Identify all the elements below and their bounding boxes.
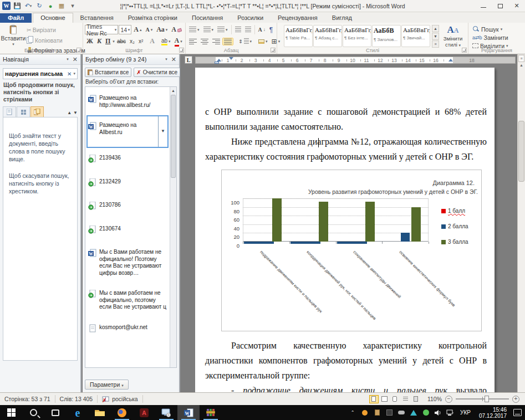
change-case-button[interactable]: Аа▾ (155, 24, 169, 35)
style-card-2[interactable]: АаБбВвГг,¶ Без інте... (343, 25, 371, 47)
cut-button[interactable]: ✂Вирізати (25, 25, 87, 34)
clipboard-item-7[interactable]: Мы с вами работаем не официально, поэтом… (86, 283, 169, 317)
tab-selector[interactable]: L (185, 56, 192, 64)
firefox-button[interactable] (111, 405, 133, 420)
navigation-pane-menu-icon[interactable]: ▾ (67, 57, 69, 62)
multilevel-list-button[interactable]: ▾ (216, 25, 230, 34)
minimize-button[interactable] (475, 0, 492, 12)
clipboard-item-2[interactable]: 2139436 (86, 148, 169, 172)
refresh-icon[interactable]: ● (46, 2, 55, 11)
text-effects-button[interactable]: А (148, 36, 156, 47)
clock[interactable]: 15:4607.12.2017 (475, 407, 511, 419)
first-line-indent-marker[interactable] (229, 57, 233, 60)
browse-results-tab[interactable] (30, 106, 44, 117)
tab-рецензування[interactable]: Рецензування (271, 13, 325, 23)
clear-formatting-button[interactable]: А (170, 24, 184, 35)
styles-scroll-down-icon[interactable]: ▼ (432, 33, 439, 40)
superscript-button[interactable]: x² (137, 37, 145, 45)
styles-more-icon[interactable]: ≡ (432, 40, 439, 48)
clipboard-item-0[interactable]: WРазмещено на http://www.allbest.ru/ (86, 88, 169, 115)
restore-button[interactable] (492, 0, 508, 12)
scroll-up-icon[interactable]: ▲ (518, 63, 525, 67)
clipboard-item-5[interactable]: 2130674 (86, 219, 169, 243)
network-icon[interactable] (445, 405, 456, 420)
scroll-thumb[interactable] (518, 121, 524, 182)
copy-button[interactable]: Копіювати (25, 35, 87, 45)
clipboard-pane-close-icon[interactable]: ✕ (171, 56, 176, 63)
word-taskbar-button[interactable]: W (177, 405, 200, 420)
increase-indent-button[interactable] (243, 25, 253, 34)
strikethrough-button[interactable]: abc (115, 37, 128, 45)
chart[interactable]: Диаграмма 12. Уровень развития графомото… (221, 170, 482, 331)
edge-button[interactable]: e (67, 405, 89, 420)
align-left-button[interactable] (187, 38, 198, 45)
paragraph-dialog-launcher[interactable] (271, 48, 276, 53)
page-indicator[interactable]: Сторінка: 53 з 71 (0, 393, 55, 405)
line-spacing-button[interactable]: ⇕▾ (237, 37, 253, 45)
paste-button[interactable]: Вставити ▾ (2, 24, 25, 47)
sort-button[interactable]: А↓ (257, 25, 267, 34)
clipboard-item-4[interactable]: 2130786 (86, 195, 169, 219)
horizontal-ruler[interactable]: 18 12345678910111213141516 (195, 57, 516, 64)
clipboard-item-6[interactable]: WМы с Вами работаем не официально! Поэто… (86, 242, 169, 283)
align-center-button[interactable] (199, 38, 210, 45)
clipboard-scroll-up-icon[interactable]: ▲ (170, 87, 176, 94)
style-card-3[interactable]: АаБбВ¶ Заголов... (372, 25, 401, 47)
font-dialog-launcher[interactable] (179, 48, 184, 53)
hidden-icons-chevron[interactable]: ⌃ (347, 405, 358, 420)
winrar-button[interactable] (200, 405, 222, 420)
zoom-in-button[interactable]: + (512, 396, 519, 403)
zoom-slider-thumb[interactable] (485, 396, 489, 402)
tray-clipboard-icon[interactable] (371, 405, 383, 420)
tray-grid-icon[interactable] (384, 405, 395, 420)
italic-button[interactable]: К (95, 36, 103, 47)
draw-table-icon[interactable]: ▦ (57, 2, 66, 11)
font-size-select[interactable]: 14▾ (119, 25, 131, 34)
change-styles-button[interactable]: АА Змінити стилі ▾ (440, 24, 466, 48)
action-center-button[interactable] (512, 405, 523, 420)
tab-розсилки[interactable]: Розсилки (230, 13, 271, 23)
tray-viber-icon[interactable] (420, 405, 431, 420)
draft-view-button[interactable] (411, 395, 421, 403)
print-layout-view-button[interactable] (369, 395, 379, 403)
undo-icon[interactable]: ↶▾ (24, 2, 33, 11)
outline-view-button[interactable] (401, 395, 410, 403)
underline-button[interactable]: П (104, 36, 112, 47)
decrease-indent-button[interactable] (233, 25, 243, 34)
clipboard-item-8[interactable]: kosmoport@ukr.net (86, 317, 169, 341)
file-explorer-button[interactable] (89, 405, 111, 420)
tab-вставлення[interactable]: Вставлення (73, 13, 121, 23)
browse-pages-tab[interactable] (17, 106, 30, 117)
highlight-button[interactable]: ab▾ (160, 37, 172, 47)
grow-font-button[interactable]: А▴ (132, 24, 143, 35)
next-result-icon[interactable]: ▼ (73, 110, 78, 115)
ruler-toggle-button[interactable]: ≡ (518, 55, 524, 62)
clipboard-item-3[interactable]: 2132429 (86, 172, 169, 196)
tray-cloud-icon[interactable] (396, 405, 407, 420)
vertical-scrollbar[interactable]: ≡ ▲ (517, 54, 525, 392)
find-button[interactable]: Пошук▾ (470, 25, 523, 33)
zoom-level[interactable]: 110% (427, 396, 442, 402)
tab-посилання[interactable]: Посилання (185, 13, 230, 23)
navigation-search-input[interactable]: нарушения письма ✕ ▾ (3, 68, 78, 79)
word-count[interactable]: Слів: 13 405 (55, 393, 98, 405)
replace-button[interactable]: a⇄bЗамінити (470, 33, 523, 42)
style-card-0[interactable]: АаБбВвГг,¶ Table Pa... (284, 25, 313, 47)
fullscreen-view-button[interactable] (380, 395, 389, 403)
align-right-button[interactable] (211, 38, 222, 45)
language-switcher[interactable]: УКР (457, 409, 474, 416)
volume-icon[interactable] (432, 405, 444, 420)
style-card-1[interactable]: АаБбВвГг,¶ Абзац с... (313, 25, 342, 47)
shrink-font-button[interactable]: А▾ (144, 25, 155, 34)
shading-button[interactable]: ▾ (257, 38, 269, 45)
right-indent-marker[interactable] (448, 59, 453, 62)
clipboard-dialog-launcher[interactable] (77, 48, 81, 53)
tray-orange-icon[interactable] (359, 405, 370, 420)
search-options-caret-icon[interactable]: ▾ (73, 71, 75, 76)
left-indent-marker[interactable] (215, 62, 219, 64)
font-name-select[interactable]: Times New Rc▾ (85, 25, 118, 34)
styles-scroll-up-icon[interactable]: ▲ (432, 25, 439, 32)
justify-button[interactable] (222, 38, 233, 45)
clipboard-options-button[interactable]: Параметри ▾ (85, 380, 129, 390)
close-button[interactable]: ✕ (508, 0, 525, 12)
